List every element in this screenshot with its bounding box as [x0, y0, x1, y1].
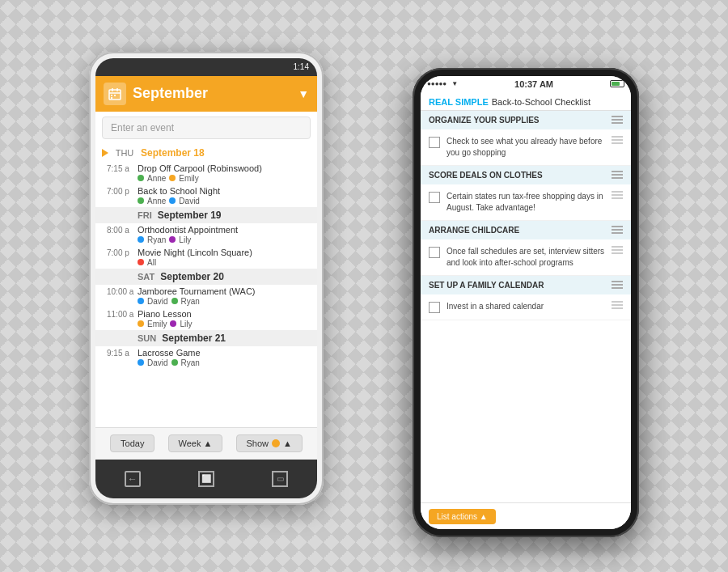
item-menu-icon — [612, 136, 623, 144]
signal-dots: ●●●●● — [427, 80, 447, 87]
checklist-item: Certain states run tax-free shopping day… — [421, 184, 631, 221]
battery-icon — [610, 80, 624, 87]
sat-date: September 20 — [160, 271, 224, 282]
section-menu-icon — [612, 281, 623, 289]
cal-day-sat: SAT September 20 — [95, 269, 317, 285]
checklist-text: Check to see what you already have befor… — [447, 136, 605, 159]
cal-event-row: 9:15 a Lacrosse Game David Ryan — [95, 346, 317, 369]
person-name: Ryan — [147, 235, 166, 244]
android-nav-bar: ← ⬜ ▭ — [95, 460, 317, 498]
person-dot — [138, 197, 144, 204]
thu-date: September 18 — [141, 147, 205, 159]
android-search[interactable]: Enter an event — [102, 117, 311, 139]
home-button[interactable]: ⬜ — [198, 471, 214, 487]
person-name: Anne — [147, 174, 166, 183]
cal-day-fri: FRI September 19 — [95, 207, 317, 223]
fri-date: September 19 — [158, 210, 222, 221]
cal-event-people: David Ryan — [138, 358, 311, 367]
person-dot — [138, 175, 144, 181]
person-name: Emily — [179, 174, 198, 183]
item-menu-icon — [612, 246, 623, 254]
week-button[interactable]: Week ▲ — [168, 434, 223, 452]
item-menu-icon — [612, 191, 623, 199]
person-name: Anne — [147, 197, 166, 205]
checklist-text: Once fall schedules are set, interview s… — [447, 246, 605, 269]
android-header: September ▼ — [95, 76, 317, 112]
cal-event-people: Anne David — [138, 197, 311, 205]
cal-event-row: 11:00 a Piano Lesson Emily Lily — [95, 307, 317, 330]
android-action-bar: Today Week ▲ Show ▲ — [95, 427, 317, 460]
person-name: Lily — [180, 320, 192, 328]
sat-label: SAT — [138, 272, 154, 282]
checkbox[interactable] — [429, 247, 440, 258]
person-dot — [138, 298, 144, 304]
checklist-item: Check to see what you already have befor… — [421, 129, 631, 166]
section-title-score: SCORE DEALS ON CLOTHES — [429, 171, 543, 180]
list-actions-button[interactable]: List actions ▲ — [429, 509, 496, 519]
today-button[interactable]: Today — [110, 434, 154, 452]
show-indicator — [272, 439, 280, 447]
svg-rect-5 — [114, 95, 116, 96]
section-header-score: SCORE DEALS ON CLOTHES — [421, 166, 631, 184]
cal-event-row: 7:00 p Movie Night (Lincoln Square) All — [95, 246, 317, 269]
fri-label: FRI — [138, 210, 152, 220]
play-icon — [102, 149, 108, 157]
checklist-text: Invest in a shared calendar — [447, 301, 605, 312]
section-menu-icon — [612, 171, 623, 179]
cal-time: 7:00 p — [107, 186, 138, 196]
person-dot — [171, 359, 178, 366]
person-dot — [169, 175, 176, 181]
iphone-screen: ●●●●● ▼ 10:37 AM REAL SIMPLE Back-to-Sch… — [421, 76, 631, 529]
calendar-icon — [104, 83, 126, 105]
section-title-childcare: ARRANGE CHILDCARE — [429, 226, 519, 235]
cal-event-people: Emily Lily — [138, 320, 311, 328]
checkbox[interactable] — [429, 192, 440, 203]
cal-event-title: Back to School Night — [138, 186, 311, 196]
section-menu-icon — [612, 116, 623, 124]
app-title-row: REAL SIMPLE Back-to-School Checklist — [429, 97, 623, 107]
android-header-title: September — [133, 85, 291, 102]
iphone-time: 10:37 AM — [458, 79, 610, 89]
cal-event-people: Anne Emily — [138, 174, 311, 183]
person-name: David — [147, 297, 168, 306]
person-name: All — [147, 258, 156, 267]
person-name: Ryan — [181, 297, 200, 306]
show-button[interactable]: Show ▲ — [236, 434, 303, 452]
person-dot — [169, 197, 176, 204]
android-phone: 1:14 September ▼ — [89, 52, 324, 505]
person-name: Emily — [147, 320, 167, 328]
brand-label: REAL SIMPLE — [429, 97, 489, 107]
cal-event-row: 7:00 p Back to School Night Anne David — [95, 184, 317, 207]
section-header-organize: ORGANIZE YOUR SUPPLIES — [421, 111, 631, 129]
cal-event-row: 8:00 a Orthodontist Appointment Ryan Lil… — [95, 223, 317, 246]
cal-day-thu: THU September 18 — [95, 144, 317, 162]
section-title-organize: ORGANIZE YOUR SUPPLIES — [429, 116, 540, 125]
back-button[interactable]: ← — [125, 471, 141, 487]
section-menu-icon — [612, 226, 623, 234]
person-dot — [138, 259, 144, 265]
checkbox[interactable] — [429, 302, 440, 313]
person-name: David — [147, 358, 168, 367]
android-status-bar: 1:14 — [95, 58, 317, 76]
sun-label: SUN — [138, 333, 156, 343]
checklist-item: Once fall schedules are set, interview s… — [421, 239, 631, 276]
cal-day-sun: SUN September 21 — [95, 330, 317, 346]
section-header-calendar: SET UP A FAMILY CALENDAR — [421, 276, 631, 294]
cal-event-title: Drop Off Carpool (Robinswood) — [138, 163, 311, 173]
cal-event-people: All — [138, 258, 311, 267]
person-name: David — [179, 197, 200, 205]
checklist-item: Invest in a shared calendar — [421, 294, 631, 320]
checkbox[interactable] — [429, 137, 440, 148]
cal-time: 9:15 a — [107, 348, 138, 358]
battery-fill — [612, 82, 620, 86]
list-actions-bar: List actions ▲ — [421, 502, 631, 519]
cal-time: 11:00 a — [107, 309, 138, 319]
iphone-app-header: REAL SIMPLE Back-to-School Checklist — [421, 92, 631, 111]
iphone-content: ORGANIZE YOUR SUPPLIES Check to see what… — [421, 111, 631, 519]
scene: 1:14 September ▼ — [89, 36, 639, 537]
recents-button[interactable]: ▭ — [272, 471, 288, 487]
cal-event-title: Piano Lesson — [138, 309, 311, 319]
battery-area — [610, 80, 624, 87]
svg-rect-4 — [111, 95, 112, 96]
item-menu-icon — [612, 301, 623, 309]
